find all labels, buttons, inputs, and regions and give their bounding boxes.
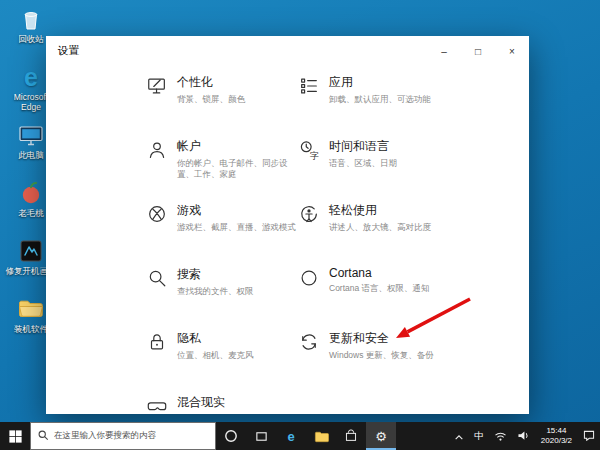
ease-of-access-icon [298,203,320,225]
taskbar: 在这里输入你要搜索的内容 e [0,422,600,450]
edge-icon: e [287,429,294,444]
accounts-icon [146,139,168,161]
clock-date: 2020/3/2 [541,436,572,446]
ime-indicator[interactable]: 中 [469,422,489,450]
task-view-icon [255,430,268,443]
notification-icon [583,429,595,444]
category-mixed-reality[interactable]: 混合现实 环境、音频、显示 [146,394,298,414]
close-button[interactable]: × [495,36,529,66]
category-personalization[interactable]: 个性化 背景、锁屏、颜色 [146,74,298,138]
category-title: 更新和安全 [329,330,434,347]
taskbar-search-input[interactable]: 在这里输入你要搜索的内容 [30,422,216,450]
desktop-icon-label: 装机软件 [14,325,48,335]
category-gaming[interactable]: 游戏 游戏栏、截屏、直播、游戏模式 [146,202,298,266]
category-subtitle: 讲述人、放大镜、高对比度 [329,222,431,233]
maximize-button[interactable]: □ [461,36,495,66]
taskbar-settings-button[interactable]: ⚙ [366,422,396,450]
file-explorer-icon [314,429,329,444]
update-security-icon [298,331,320,353]
mixed-reality-icon [146,395,168,414]
category-subtitle: 位置、相机、麦克风 [177,350,254,361]
category-title: 游戏 [177,202,296,219]
category-title: Cortana [329,266,430,280]
speaker-icon [517,429,530,444]
desktop-icon-label: 此电脑 [18,151,44,161]
hidden-icons-button[interactable] [449,422,469,450]
category-cortana[interactable]: Cortana Cortana 语言、权限、通知 [298,266,450,330]
privacy-lock-icon [146,331,168,353]
window-titlebar[interactable]: 设置 – □ × [46,36,529,66]
store-icon [344,429,358,443]
apps-icon [298,75,320,97]
category-title: 隐私 [177,330,254,347]
edge-icon: e [17,63,45,91]
category-update-security[interactable]: 更新和安全 Windows 更新、恢复、备份 [298,330,450,394]
search-icon [146,267,168,289]
windows-logo-icon [9,430,22,443]
chevron-up-icon [454,429,464,444]
settings-window: 设置 – □ × 个性化 背景、锁屏、颜色 [46,36,529,414]
action-center-button[interactable] [578,422,600,450]
system-tray: 中 15:44 2020/3/2 [449,422,600,450]
search-icon [38,427,49,445]
peach-tool-icon [17,179,45,207]
category-title: 搜索 [177,266,254,283]
volume-button[interactable] [512,422,535,450]
category-time-language[interactable]: 字 时间和语言 语音、区域、日期 [298,138,450,202]
search-placeholder: 在这里输入你要搜索的内容 [54,430,156,442]
this-pc-icon [17,121,45,149]
taskbar-edge-button[interactable]: e [276,422,306,450]
category-title: 轻松使用 [329,202,431,219]
category-subtitle: 卸载、默认应用、可选功能 [329,94,431,105]
category-subtitle: 你的帐户、电子邮件、同步设置、工作、家庭 [177,158,298,181]
minimize-button[interactable]: – [427,36,461,66]
category-title: 帐户 [177,138,298,155]
network-button[interactable] [489,422,512,450]
category-subtitle: 查找我的文件、权限 [177,286,254,297]
taskbar-store-button[interactable] [336,422,366,450]
folder-icon [17,295,45,323]
personalization-icon [146,75,168,97]
category-subtitle: 游戏栏、截屏、直播、游戏模式 [177,222,296,233]
gaming-icon [146,203,168,225]
taskbar-clock[interactable]: 15:44 2020/3/2 [535,422,578,450]
category-title: 时间和语言 [329,138,397,155]
start-button[interactable] [0,422,30,450]
boot-repair-icon [17,237,45,265]
desktop-icon-label: 回收站 [18,35,44,45]
settings-category-grid: 个性化 背景、锁屏、颜色 应用 卸载、默认应用、可选功能 [146,74,450,414]
category-subtitle: Cortana 语言、权限、通知 [329,283,430,294]
svg-text:字: 字 [310,150,319,161]
taskbar-file-explorer-button[interactable] [306,422,336,450]
clock-time: 15:44 [546,426,566,436]
cortana-circle-icon [224,429,238,443]
category-title: 混合现实 [177,394,245,411]
task-view-button[interactable] [246,422,276,450]
category-ease-of-access[interactable]: 轻松使用 讲述人、放大镜、高对比度 [298,202,450,266]
gear-icon: ⚙ [375,430,387,443]
category-subtitle: 背景、锁屏、颜色 [177,94,245,105]
category-subtitle: Windows 更新、恢复、备份 [329,350,434,361]
wifi-icon [494,429,507,444]
category-accounts[interactable]: 帐户 你的帐户、电子邮件、同步设置、工作、家庭 [146,138,298,202]
cortana-icon [298,267,320,289]
category-search[interactable]: 搜索 查找我的文件、权限 [146,266,298,330]
category-subtitle: 语音、区域、日期 [329,158,397,169]
category-privacy[interactable]: 隐私 位置、相机、麦克风 [146,330,298,394]
category-title: 应用 [329,74,431,91]
recycle-bin-icon [17,5,45,33]
desktop-icon-label: 老毛桃 [18,209,44,219]
window-controls: – □ × [427,36,529,66]
category-apps[interactable]: 应用 卸载、默认应用、可选功能 [298,74,450,138]
time-language-icon: 字 [298,139,320,161]
category-title: 个性化 [177,74,245,91]
cortana-button[interactable] [216,422,246,450]
window-title: 设置 [58,44,79,58]
